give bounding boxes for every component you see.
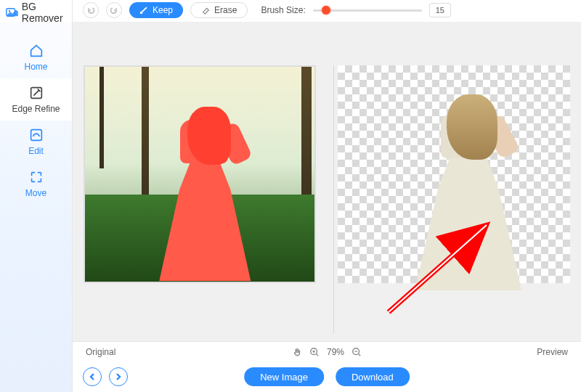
redo-button[interactable] [106, 2, 122, 18]
undo-button[interactable] [83, 2, 99, 18]
sidebar-item-label: Move [25, 188, 46, 198]
main: Keep Erase Brush Size: 15 [73, 0, 581, 392]
zoom-controls: 79% [292, 347, 362, 357]
slider-thumb[interactable] [322, 6, 330, 15]
chevron-right-icon [114, 372, 123, 381]
zoom-out-icon[interactable] [352, 347, 362, 357]
app-logo-icon [6, 7, 19, 18]
erase-label: Erase [214, 5, 237, 15]
brush-size-value: 15 [429, 3, 451, 17]
zoom-percent: 79% [327, 347, 344, 357]
bottom-bar: New Image Download [73, 362, 581, 392]
toolbar: Keep Erase Brush Size: 15 [73, 0, 581, 22]
download-label: Download [352, 372, 394, 383]
app-name: BG Remover [22, 1, 69, 24]
edge-refine-icon [28, 85, 44, 101]
edit-icon [28, 127, 44, 143]
redo-icon [110, 6, 118, 15]
original-panel [80, 65, 320, 334]
brush-size-slider[interactable] [313, 4, 422, 16]
download-button[interactable]: Download [336, 367, 410, 386]
new-image-label: New Image [260, 372, 308, 383]
keep-mask-overlay [154, 107, 256, 281]
move-icon [28, 169, 44, 185]
chevron-left-icon [88, 372, 97, 381]
keep-label: Keep [153, 5, 173, 15]
original-label: Original [86, 347, 115, 357]
sidebar-item-home[interactable]: Home [0, 36, 72, 78]
svg-point-4 [140, 12, 142, 14]
new-image-button[interactable]: New Image [244, 367, 324, 386]
workspace [73, 22, 581, 341]
app-logo: BG Remover [0, 0, 72, 22]
sidebar-tabs: Home Edge Refine Edit Move [0, 22, 72, 392]
prev-image-button[interactable] [83, 367, 102, 386]
pan-icon[interactable] [292, 347, 302, 357]
svg-point-1 [9, 10, 10, 12]
preview-label: Preview [537, 347, 568, 357]
sidebar-item-label: Edge Refine [12, 104, 60, 114]
sidebar-item-edit[interactable]: Edit [0, 121, 72, 163]
status-bar: Original 79% Preview [73, 341, 581, 362]
brush-size-label: Brush Size: [261, 5, 305, 15]
sidebar-item-move[interactable]: Move [0, 163, 72, 205]
next-image-button[interactable] [109, 367, 128, 386]
sidebar-item-label: Home [24, 62, 47, 72]
eraser-icon [201, 6, 210, 15]
sidebar-item-edge-refine[interactable]: Edge Refine [0, 78, 72, 121]
preview-image[interactable] [338, 65, 570, 283]
brush-keep-icon [139, 6, 148, 15]
original-image[interactable] [84, 65, 316, 283]
home-icon [28, 43, 44, 59]
cutout-subject [410, 94, 527, 290]
keep-button[interactable]: Keep [129, 2, 183, 18]
zoom-in-icon[interactable] [309, 347, 320, 357]
sidebar-item-label: Edit [28, 146, 44, 156]
undo-icon [86, 6, 95, 15]
svg-rect-3 [31, 130, 41, 141]
sidebar: BG Remover Home Edge Refine Edit Move [0, 0, 73, 392]
preview-panel [333, 65, 574, 334]
erase-button[interactable]: Erase [190, 2, 248, 18]
